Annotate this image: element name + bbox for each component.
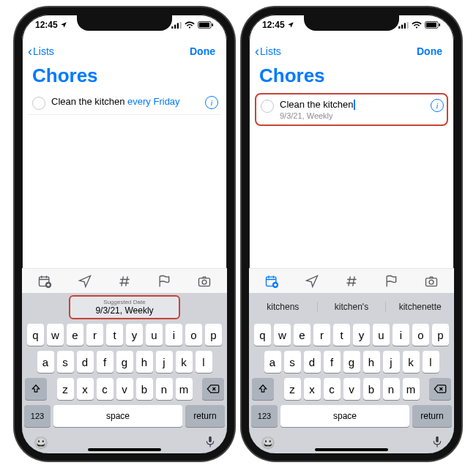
key-p[interactable]: p — [205, 324, 222, 346]
key-n[interactable]: n — [383, 378, 400, 400]
key-w[interactable]: w — [274, 324, 291, 346]
reminder-body[interactable]: Clean the kitchen 9/3/21, Weekly — [274, 99, 431, 120]
key-y[interactable]: y — [353, 324, 370, 346]
key-w[interactable]: w — [47, 324, 64, 346]
dictation-key[interactable] — [432, 436, 442, 449]
completion-1[interactable]: kitchens — [249, 302, 317, 312]
space-key[interactable]: space — [53, 405, 182, 427]
reminder-row[interactable]: Clean the kitchen 9/3/21, Weekly i — [255, 93, 448, 126]
key-h[interactable]: h — [136, 351, 153, 373]
key-i[interactable]: i — [393, 324, 409, 346]
key-u[interactable]: u — [146, 324, 163, 346]
shift-key[interactable] — [25, 378, 47, 400]
back-button[interactable]: ‹ Lists — [28, 45, 54, 58]
completion-2[interactable]: kitchen's — [317, 302, 386, 312]
hashtag-icon[interactable] — [111, 274, 138, 289]
location-icon[interactable] — [298, 274, 326, 289]
info-icon[interactable]: i — [431, 99, 444, 112]
key-d[interactable]: d — [304, 351, 321, 373]
key-j[interactable]: j — [156, 351, 173, 373]
key-l[interactable]: l — [196, 351, 212, 373]
backspace-key[interactable] — [202, 378, 224, 400]
emoji-key[interactable]: 😀 — [34, 436, 48, 450]
dictation-key[interactable] — [205, 436, 215, 449]
numbers-key[interactable]: 123 — [24, 405, 51, 427]
emoji-key[interactable]: 😀 — [261, 436, 275, 450]
key-z[interactable]: z — [57, 378, 74, 400]
key-c[interactable]: c — [97, 378, 114, 400]
calendar-add-icon[interactable] — [258, 274, 286, 289]
key-d[interactable]: d — [77, 351, 94, 373]
camera-icon[interactable] — [190, 274, 218, 289]
key-h[interactable]: h — [363, 351, 380, 373]
back-button[interactable]: ‹ Lists — [255, 45, 281, 58]
key-o[interactable]: o — [412, 324, 429, 346]
key-s[interactable]: s — [284, 351, 301, 373]
hashtag-icon[interactable] — [338, 274, 365, 289]
space-key[interactable]: space — [280, 405, 409, 427]
key-k[interactable]: k — [176, 351, 193, 373]
suggestion-value: 9/3/21, Weekly — [95, 305, 153, 316]
key-z[interactable]: z — [284, 378, 301, 400]
key-b[interactable]: b — [363, 378, 380, 400]
flag-icon[interactable] — [377, 274, 405, 289]
info-icon[interactable]: i — [205, 96, 218, 109]
key-m[interactable]: m — [176, 378, 193, 400]
done-button[interactable]: Done — [190, 45, 221, 57]
camera-icon[interactable] — [417, 274, 445, 289]
reminder-body[interactable]: Clean the kitchen every Friday — [45, 96, 205, 107]
key-o[interactable]: o — [185, 324, 202, 346]
key-x[interactable]: x — [77, 378, 94, 400]
list-title: Chores — [255, 63, 448, 93]
key-v[interactable]: v — [343, 378, 360, 400]
home-indicator[interactable] — [88, 448, 161, 451]
key-x[interactable]: x — [304, 378, 321, 400]
key-p[interactable]: p — [432, 324, 449, 346]
key-b[interactable]: b — [136, 378, 153, 400]
key-u[interactable]: u — [373, 324, 390, 346]
location-icon[interactable] — [71, 274, 99, 289]
key-t[interactable]: t — [333, 324, 350, 346]
key-t[interactable]: t — [106, 324, 123, 346]
completion-3[interactable]: kitchenette — [385, 302, 454, 312]
reminder-text[interactable]: Clean the kitchen every Friday — [51, 96, 205, 107]
key-v[interactable]: v — [116, 378, 133, 400]
key-e[interactable]: e — [294, 324, 310, 346]
calendar-add-icon[interactable] — [31, 274, 59, 289]
shift-key[interactable] — [252, 378, 274, 400]
flag-icon[interactable] — [150, 274, 178, 289]
key-q[interactable]: q — [27, 324, 44, 346]
home-indicator[interactable] — [315, 448, 388, 451]
key-i[interactable]: i — [166, 324, 182, 346]
key-j[interactable]: j — [383, 351, 400, 373]
key-f[interactable]: f — [324, 351, 341, 373]
key-g[interactable]: g — [343, 351, 360, 373]
key-q[interactable]: q — [254, 324, 271, 346]
key-c[interactable]: c — [324, 378, 341, 400]
return-key[interactable]: return — [185, 405, 225, 427]
reminder-text[interactable]: Clean the kitchen — [280, 99, 431, 110]
done-button[interactable]: Done — [417, 45, 448, 57]
return-key[interactable]: return — [412, 405, 452, 427]
key-s[interactable]: s — [57, 351, 74, 373]
notch — [304, 13, 399, 31]
key-y[interactable]: y — [126, 324, 143, 346]
quick-toolbar — [249, 268, 454, 293]
completion-circle[interactable] — [32, 97, 45, 110]
key-m[interactable]: m — [403, 378, 420, 400]
reminder-row[interactable]: Clean the kitchen every Friday i — [28, 93, 221, 115]
backspace-key[interactable] — [429, 378, 451, 400]
suggested-date-pill[interactable]: Suggested Date 9/3/21, Weekly — [69, 295, 179, 319]
key-n[interactable]: n — [156, 378, 173, 400]
key-f[interactable]: f — [97, 351, 114, 373]
key-r[interactable]: r — [86, 324, 103, 346]
key-l[interactable]: l — [423, 351, 439, 373]
key-k[interactable]: k — [403, 351, 420, 373]
completion-circle[interactable] — [261, 100, 274, 113]
key-r[interactable]: r — [313, 324, 330, 346]
numbers-key[interactable]: 123 — [251, 405, 278, 427]
key-a[interactable]: a — [264, 351, 281, 373]
key-a[interactable]: a — [37, 351, 54, 373]
key-e[interactable]: e — [67, 324, 83, 346]
key-g[interactable]: g — [116, 351, 133, 373]
